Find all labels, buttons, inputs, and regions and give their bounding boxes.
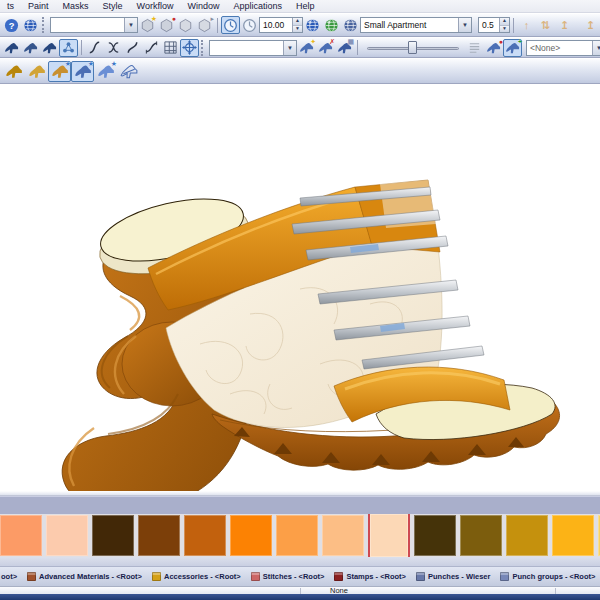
tab-punch-groups[interactable]: Punch groups - <Root> <box>500 572 595 581</box>
help-icon[interactable] <box>2 16 21 34</box>
mesh-mode-icon[interactable] <box>59 39 78 57</box>
environment-green-globe-icon[interactable] <box>322 16 341 34</box>
toolbar-lasts: ★ ★ ★ <box>0 59 600 84</box>
hex-new-icon[interactable]: ★ <box>138 16 157 34</box>
tab-punches[interactable]: Punches - Wieser <box>416 572 490 581</box>
palette-swatch[interactable] <box>230 515 272 556</box>
toolbar2-shoe-action-icons: ✦ ✗ ▦ <box>297 39 354 57</box>
toolbar-grip[interactable] <box>201 40 205 56</box>
snap-top-icon[interactable]: ↥ <box>581 16 600 34</box>
spinner-buttons[interactable]: ▲▼ <box>292 18 302 32</box>
distribute-vertical-icon[interactable]: ⇅ <box>536 16 555 34</box>
palette-swatch[interactable] <box>184 515 226 556</box>
tab-accessories[interactable]: Accessories - <Root> <box>152 572 241 581</box>
shoe-export-icon[interactable]: ▦ <box>335 39 354 57</box>
none-combobox[interactable]: <None> ▼ <box>526 40 600 56</box>
tab-icon <box>500 572 509 581</box>
slider-thumb[interactable] <box>408 41 417 54</box>
icon-art <box>106 40 121 55</box>
menu-item-masks[interactable]: Masks <box>56 0 96 13</box>
curve-s-icon[interactable] <box>85 39 104 57</box>
last-shoe-1-icon[interactable] <box>2 39 21 57</box>
time-spinner[interactable]: 10.00 ▲▼ <box>259 17 303 33</box>
palette-swatch[interactable] <box>322 515 364 556</box>
last-gold-open-icon[interactable] <box>25 61 48 82</box>
toolbar1-align-icons: ↑ ⇅ ↥ ↥ ⇵ ↧ <box>517 16 600 34</box>
scene-combobox[interactable]: Small Apartment ▼ <box>360 17 472 33</box>
icon-art <box>178 18 193 33</box>
palette-swatch[interactable] <box>552 515 594 556</box>
palette-swatch[interactable] <box>414 515 456 556</box>
palette-swatch[interactable] <box>368 514 410 557</box>
timer-icon[interactable] <box>240 16 259 34</box>
toolbar-modeling: ▼ ✦ ✗ ▦ <box>0 38 600 58</box>
tab-stitches[interactable]: Stitches - <Root> <box>251 572 325 581</box>
menu-item-label: ts <box>7 1 14 11</box>
world-globe-icon[interactable] <box>21 16 40 34</box>
move-target-icon[interactable] <box>180 39 199 57</box>
palette-swatch[interactable] <box>92 515 134 556</box>
tab-label: Accessories - <Root> <box>164 572 241 581</box>
last-gold-star-icon[interactable]: ★ <box>48 61 71 82</box>
viewport-canvas[interactable] <box>0 84 600 491</box>
hex-plain-icon[interactable] <box>176 16 195 34</box>
spinner-buttons[interactable]: ▲▼ <box>499 18 509 32</box>
palette-lower-strip <box>0 557 600 566</box>
curve-cross-icon[interactable] <box>104 39 123 57</box>
value-spinner[interactable]: 0.5 ▲▼ <box>478 17 510 33</box>
menu-item-paint[interactable]: Paint <box>21 0 56 13</box>
tab-icon <box>416 572 425 581</box>
menu-item-applications[interactable]: Applications <box>226 0 289 13</box>
menu-item-truncated[interactable]: ts <box>0 0 21 13</box>
last-blue-star-icon[interactable]: ★ <box>71 61 94 82</box>
last-shoe-2-icon[interactable] <box>21 39 40 57</box>
chevron-down-icon[interactable]: ▼ <box>592 41 600 55</box>
menu-item-label: Masks <box>63 1 89 11</box>
layer-list-icon[interactable] <box>465 39 484 57</box>
part-combobox[interactable]: ▼ <box>209 40 297 56</box>
palette-swatch[interactable] <box>506 515 548 556</box>
chevron-down-icon[interactable]: ▼ <box>283 41 296 55</box>
align-top-icon[interactable]: ↥ <box>555 16 574 34</box>
menu-item-window[interactable]: Window <box>180 0 226 13</box>
toolbar-grip[interactable] <box>42 17 46 33</box>
last-gold-solid-icon[interactable] <box>2 61 25 82</box>
preview-slider[interactable] <box>365 40 461 56</box>
animation-time-icon[interactable] <box>221 16 240 34</box>
menu-item-style[interactable]: Style <box>96 0 130 13</box>
curve-soft-icon[interactable] <box>123 39 142 57</box>
palette-swatch[interactable] <box>138 515 180 556</box>
palette-swatch[interactable] <box>46 515 88 556</box>
icon-art <box>223 18 238 33</box>
shoe-new-icon[interactable]: ✦ <box>297 39 316 57</box>
curve-ends-icon[interactable] <box>142 39 161 57</box>
tab-truncated-root[interactable]: oot> <box>1 572 17 581</box>
environment-blue-globe-icon[interactable] <box>303 16 322 34</box>
icon-art <box>120 62 138 80</box>
material-combobox[interactable]: ▼ <box>50 17 138 33</box>
shoe-record-icon[interactable]: ● <box>484 39 503 57</box>
last-shoe-3-icon[interactable] <box>40 39 59 57</box>
align-up-icon[interactable]: ↑ <box>517 16 536 34</box>
menu-item-workflow[interactable]: Workflow <box>130 0 181 13</box>
menu-item-help[interactable]: Help <box>289 0 322 13</box>
tab-stamps[interactable]: Stamps - <Root> <box>334 572 406 581</box>
chevron-down-icon[interactable]: ▼ <box>124 18 137 32</box>
icon-art <box>23 40 38 55</box>
hex-next-icon[interactable]: ▸ <box>195 16 214 34</box>
toolbar2-post-slider-icons: ● + <box>465 39 522 57</box>
palette-swatch[interactable] <box>460 515 502 556</box>
chevron-down-icon[interactable]: ▼ <box>458 18 471 32</box>
grid-icon[interactable] <box>161 39 180 57</box>
palette-swatch[interactable] <box>0 515 42 556</box>
window-bottom-edge <box>0 594 600 600</box>
last-blue-star-2-icon[interactable]: ★ <box>94 61 117 82</box>
last-wireframe-icon[interactable] <box>117 61 140 82</box>
shoe-delete-icon[interactable]: ✗ <box>316 39 335 57</box>
shoe-add-icon[interactable]: + <box>503 39 522 57</box>
menu-item-label: Window <box>187 1 219 11</box>
tab-advanced-materials[interactable]: Advanced Materials - <Root> <box>27 572 142 581</box>
palette-swatch[interactable] <box>276 515 318 556</box>
hex-record-icon[interactable]: ● <box>157 16 176 34</box>
environment-gray-globe-icon[interactable] <box>341 16 360 34</box>
